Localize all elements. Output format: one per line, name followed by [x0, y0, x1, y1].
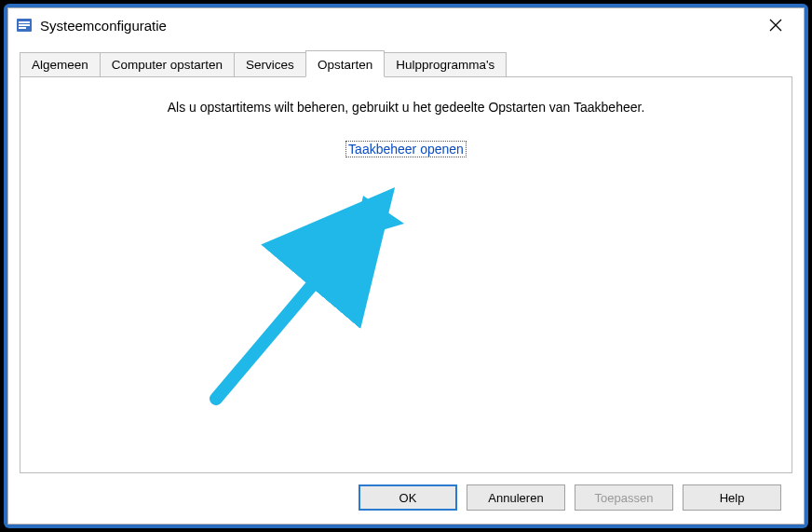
ok-button[interactable]: OK: [359, 484, 457, 511]
button-row: OK Annuleren Toepassen Help: [20, 473, 792, 524]
open-task-manager-link[interactable]: Taakbeheer openen: [345, 141, 467, 157]
app-icon: [16, 17, 33, 34]
close-button[interactable]: [755, 11, 796, 39]
svg-line-7: [216, 217, 370, 399]
tab-services[interactable]: Services: [234, 52, 306, 76]
titlebar: Systeemconfiguratie: [8, 8, 804, 42]
apply-button: Toepassen: [575, 484, 673, 511]
tab-general[interactable]: Algemeen: [20, 52, 101, 76]
svg-rect-3: [19, 27, 26, 29]
cancel-button[interactable]: Annuleren: [467, 484, 565, 511]
tab-tools[interactable]: Hulpprogramma's: [384, 52, 507, 76]
tab-boot[interactable]: Computer opstarten: [100, 52, 235, 76]
svg-rect-1: [19, 21, 30, 23]
help-button[interactable]: Help: [683, 484, 781, 511]
tabs-row: Algemeen Computer opstarten Services Ops…: [20, 49, 792, 76]
tab-content: Als u opstartitems wilt beheren, gebruik…: [20, 76, 792, 473]
svg-rect-2: [19, 24, 30, 26]
tab-startup[interactable]: Opstarten: [305, 50, 385, 77]
svg-marker-8: [354, 196, 404, 239]
info-text: Als u opstartitems wilt beheren, gebruik…: [168, 100, 645, 115]
window-title: Systeemconfiguratie: [40, 18, 755, 34]
annotation-arrow-icon: [188, 184, 430, 430]
